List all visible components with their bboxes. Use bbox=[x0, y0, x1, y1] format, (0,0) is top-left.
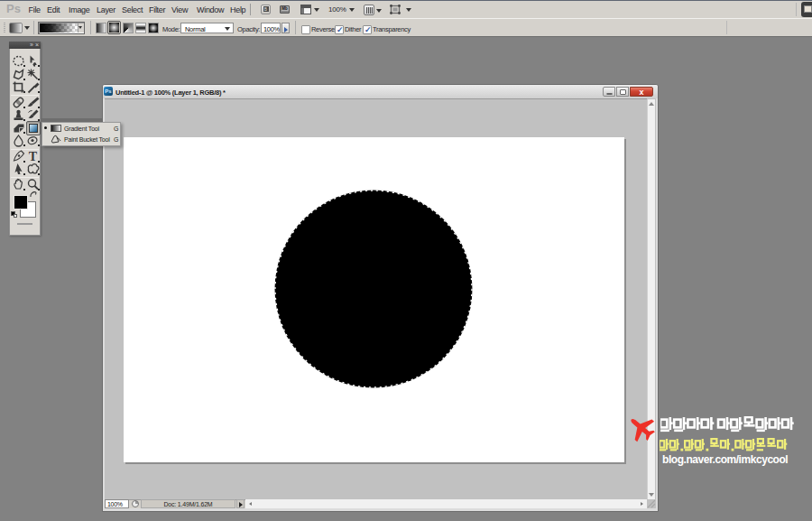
svg-text:T: T bbox=[29, 150, 38, 163]
